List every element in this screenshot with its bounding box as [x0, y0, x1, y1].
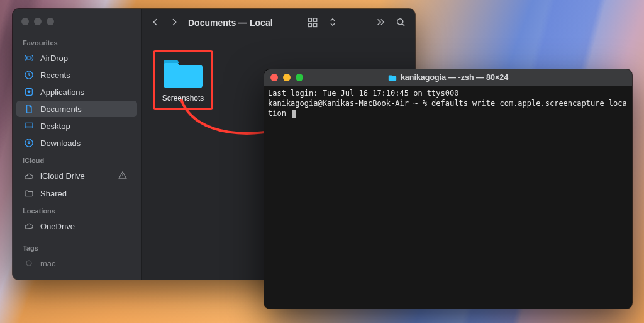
svg-point-0: [28, 57, 30, 59]
folder-icon: [388, 74, 397, 81]
svg-rect-6: [308, 18, 311, 21]
terminal-line: Last login: Tue Jul 16 17:10:45 on ttys0…: [268, 89, 458, 98]
svg-rect-8: [308, 23, 311, 26]
clock-icon: [24, 70, 34, 80]
desktop-icon: [24, 121, 34, 131]
section-tags: Tags: [13, 239, 141, 254]
back-button[interactable]: [150, 16, 160, 30]
tag-circle-icon: [24, 258, 34, 268]
folder-label: Screenshots: [157, 94, 209, 103]
document-icon: [24, 104, 34, 114]
svg-rect-9: [314, 23, 317, 26]
downloads-icon: [24, 138, 34, 148]
sidebar-label: Desktop: [40, 122, 70, 131]
more-chevrons-icon[interactable]: [375, 16, 386, 30]
cloud-icon: [24, 221, 34, 231]
sidebar-item-iclouddrive[interactable]: iCloud Drive: [16, 167, 137, 184]
svg-point-5: [26, 261, 31, 266]
terminal-prompt: kanikagogia@Kanikas-MacBook-Air ~ %: [268, 99, 431, 108]
sidebar-item-recents[interactable]: Recents: [16, 67, 137, 83]
shared-folder-icon: [24, 188, 34, 198]
forward-button[interactable]: [169, 16, 179, 30]
sidebar-item-desktop[interactable]: Desktop: [16, 118, 137, 134]
finder-title: Documents — Local: [188, 18, 273, 28]
sidebar-label: AirDrop: [40, 54, 68, 63]
airdrop-icon: [24, 53, 34, 63]
finder-sidebar: Favourites AirDrop Recents Applications …: [13, 9, 142, 280]
updown-icon[interactable]: [327, 16, 338, 30]
svg-rect-3: [25, 123, 33, 128]
sidebar-label: OneDrive: [40, 222, 75, 231]
svg-point-10: [397, 18, 403, 24]
sidebar-item-tag-mac[interactable]: mac: [16, 255, 137, 271]
sidebar-label: Applications: [40, 88, 84, 97]
zoom-dot[interactable]: [47, 18, 54, 25]
folder-screenshots[interactable]: Screenshots: [153, 50, 213, 110]
sidebar-item-downloads[interactable]: Downloads: [16, 135, 137, 151]
applications-icon: [24, 87, 34, 97]
cursor: [292, 110, 296, 118]
terminal-window-controls[interactable]: [264, 74, 303, 81]
close-button[interactable]: [270, 74, 278, 81]
sidebar-item-onedrive[interactable]: OneDrive: [16, 218, 137, 234]
section-icloud: iCloud: [13, 152, 141, 167]
sidebar-item-applications[interactable]: Applications: [16, 84, 137, 100]
sidebar-item-airdrop[interactable]: AirDrop: [16, 50, 137, 66]
sidebar-label: mac: [40, 259, 56, 268]
sidebar-label: Downloads: [40, 139, 80, 148]
minimize-dot[interactable]: [34, 18, 42, 25]
zoom-button[interactable]: [296, 74, 303, 81]
sidebar-item-documents[interactable]: Documents: [16, 101, 137, 117]
close-dot[interactable]: [21, 18, 29, 25]
section-favourites: Favourites: [13, 34, 141, 49]
finder-toolbar: Documents — Local: [142, 9, 415, 37]
window-controls[interactable]: [13, 15, 141, 34]
minimize-button[interactable]: [283, 74, 291, 81]
view-options-button[interactable]: [307, 16, 318, 30]
sidebar-label: Shared: [40, 189, 67, 198]
terminal-title: kanikagogia — -zsh — 80×24: [264, 73, 632, 82]
folder-icon: [161, 56, 205, 90]
terminal-body[interactable]: Last login: Tue Jul 16 17:10:45 on ttys0…: [264, 86, 632, 309]
svg-rect-7: [314, 18, 317, 21]
terminal-titlebar[interactable]: kanikagogia — -zsh — 80×24: [264, 69, 632, 86]
sidebar-label: iCloud Drive: [40, 171, 85, 181]
search-icon[interactable]: [395, 16, 406, 30]
cloud-icon: [24, 171, 34, 181]
terminal-window: kanikagogia — -zsh — 80×24 Last login: T…: [264, 69, 632, 309]
sidebar-item-shared[interactable]: Shared: [16, 185, 137, 201]
section-locations: Locations: [13, 202, 141, 217]
warning-icon: [118, 171, 127, 181]
sidebar-label: Recents: [40, 71, 70, 80]
sidebar-label: Documents: [40, 105, 82, 114]
